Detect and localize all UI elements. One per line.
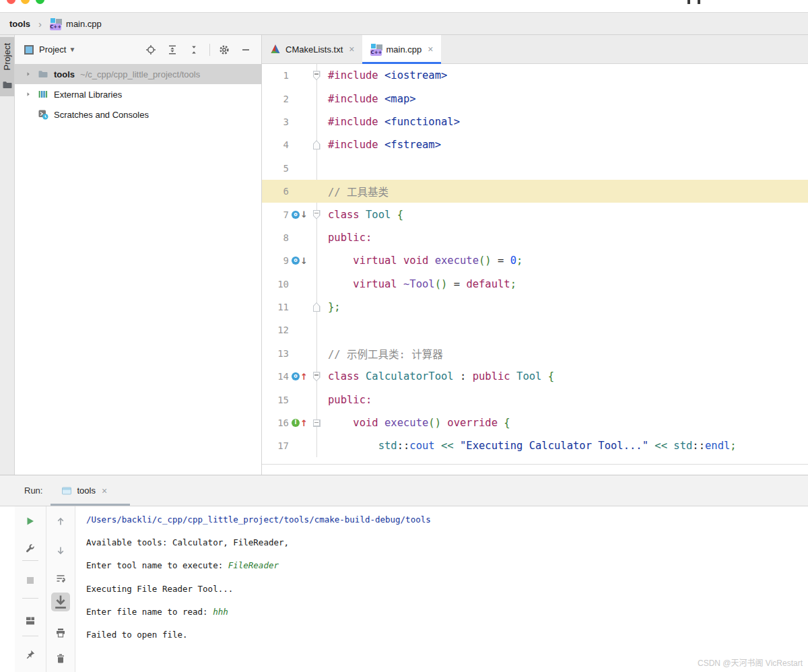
fold-end-icon[interactable] xyxy=(313,302,321,312)
console-line: Available tools: Calculator, FileReader, xyxy=(86,531,808,553)
code-line[interactable]: 7o↓class Tool { xyxy=(262,203,808,226)
overridden-marker-icon[interactable]: o xyxy=(292,257,300,265)
implements-marker-icon[interactable]: I xyxy=(292,419,300,427)
down-icon[interactable] xyxy=(55,545,66,556)
gutter-mark: o↓ xyxy=(289,210,310,219)
gutter-mark: I↑ xyxy=(289,419,310,428)
chevron-down-icon[interactable]: ▼ xyxy=(69,46,75,53)
zoom-window-icon[interactable] xyxy=(36,0,44,4)
fold-column xyxy=(310,210,323,220)
code-line[interactable]: 3#include <functional> xyxy=(262,110,808,133)
code-line[interactable]: 9o↓ virtual void execute() = 0; xyxy=(262,249,808,272)
code-line[interactable]: 15public: xyxy=(262,388,808,411)
breadcrumb-file[interactable]: main.cpp xyxy=(66,19,102,29)
project-panel-title[interactable]: Project xyxy=(39,44,66,55)
run-icon[interactable] xyxy=(25,516,36,527)
softwrap-icon[interactable] xyxy=(55,573,66,584)
locate-file-icon[interactable] xyxy=(143,42,158,57)
line-number: 1 xyxy=(262,70,289,81)
fold-start-icon[interactable] xyxy=(313,71,321,80)
gutter-arrow-icon: ↑ xyxy=(300,419,308,428)
fold-end-icon[interactable] xyxy=(313,140,321,149)
trash-icon[interactable] xyxy=(55,653,66,664)
scrollend-icon[interactable] xyxy=(51,593,70,611)
code-line[interactable]: 13// 示例工具类: 计算器 xyxy=(262,342,808,365)
tree-item-tools[interactable]: tools~/c_cpp/cpp_little_project/tools xyxy=(15,64,261,84)
run-panel-header: Run: tools × xyxy=(0,475,808,506)
line-number: 6 xyxy=(262,186,289,197)
pin-icon[interactable] xyxy=(25,649,36,660)
settings-gear-icon[interactable] xyxy=(217,42,232,57)
wrench-icon[interactable] xyxy=(25,543,36,554)
code-text: // 示例工具类: 计算器 xyxy=(323,346,443,361)
line-number: 10 xyxy=(262,279,289,290)
code-text: virtual void execute() = 0; xyxy=(323,255,523,267)
code-line[interactable]: 11}; xyxy=(262,296,808,318)
folder-icon[interactable] xyxy=(2,79,13,90)
code-line[interactable]: 2#include <map> xyxy=(262,87,808,110)
line-number: 8 xyxy=(262,232,289,243)
close-icon[interactable]: × xyxy=(102,485,107,496)
line-number: 2 xyxy=(262,94,289,104)
fold-start-icon[interactable] xyxy=(313,210,321,220)
tree-item-external-libraries[interactable]: External Libraries xyxy=(15,84,261,104)
run-tab-tools[interactable]: tools × xyxy=(61,485,107,496)
overrides-marker-icon[interactable]: o xyxy=(292,372,300,380)
gutter-mark: o↑ xyxy=(289,372,310,381)
code-text: #include <fstream> xyxy=(323,139,441,151)
code-line[interactable]: 17 std::cout << "Executing Calculator To… xyxy=(262,434,808,457)
code-line[interactable]: 12 xyxy=(262,318,808,341)
code-text: #include <map> xyxy=(323,93,416,105)
close-icon[interactable]: × xyxy=(349,44,354,55)
run-window-icon xyxy=(61,485,72,496)
code-text: }; xyxy=(323,301,341,313)
line-number: 9 xyxy=(262,255,289,266)
code-line[interactable]: 10 virtual ~Tool() = default; xyxy=(262,273,808,296)
toolbar-separator xyxy=(22,560,38,561)
fold-start-icon[interactable] xyxy=(313,372,321,381)
close-window-icon[interactable] xyxy=(7,0,15,4)
chevron-right-icon[interactable] xyxy=(24,70,32,78)
console-line: Executing File Reader Tool... xyxy=(86,577,808,600)
collapse-all-icon[interactable] xyxy=(187,42,201,57)
tab-main-cpp[interactable]: C++main.cpp× xyxy=(362,35,441,63)
run-toolbar-secondary xyxy=(46,506,75,672)
code-line[interactable]: 4#include <fstream> xyxy=(262,133,808,156)
tab-cmakelists-txt[interactable]: CMakeLists.txt× xyxy=(262,35,362,63)
project-view-icon xyxy=(24,45,34,55)
up-icon[interactable] xyxy=(55,516,66,527)
code-line[interactable]: 16I↑ void execute() override { xyxy=(262,411,808,434)
line-number: 13 xyxy=(262,348,289,359)
project-panel-header: Project ▼ xyxy=(15,35,261,64)
fold-column xyxy=(310,140,323,149)
chevron-right-icon[interactable] xyxy=(24,90,32,98)
project-tool-button[interactable]: Project xyxy=(2,43,12,70)
layout-icon[interactable] xyxy=(25,615,36,626)
run-tab-underline xyxy=(50,504,130,506)
expand-all-icon[interactable] xyxy=(165,42,180,57)
printer-icon[interactable] xyxy=(55,628,66,638)
breadcrumb-project[interactable]: tools xyxy=(9,19,30,29)
titlebar-artifact-dot xyxy=(687,0,690,4)
tree-item-label: Scratches and Consoles xyxy=(54,110,149,120)
code-line[interactable]: 6// 工具基类 xyxy=(262,180,808,203)
tree-item-scratches-and-consoles[interactable]: Scratches and Consoles xyxy=(15,104,261,125)
minimize-window-icon[interactable] xyxy=(21,0,30,4)
fold-minus-icon[interactable] xyxy=(313,419,321,427)
console-output[interactable]: /Users/backli/c_cpp/cpp_little_project/t… xyxy=(75,506,808,672)
tab-label: CMakeLists.txt xyxy=(285,44,343,55)
gutter-mark: o↓ xyxy=(289,257,310,265)
stop-icon[interactable] xyxy=(25,575,36,586)
close-icon[interactable]: × xyxy=(428,44,433,55)
code-area[interactable]: 1#include <iostream>2#include <map>3#inc… xyxy=(262,64,808,465)
code-line[interactable]: 8public: xyxy=(262,226,808,249)
code-line[interactable]: 14o↑class CalculatorTool : public Tool { xyxy=(262,365,808,388)
code-line[interactable]: 5 xyxy=(262,157,808,180)
fold-column xyxy=(310,372,323,381)
toolbar-separator xyxy=(209,44,210,56)
console-line: Failed to open file. xyxy=(86,623,808,646)
hide-panel-icon[interactable] xyxy=(238,42,253,57)
line-number: 17 xyxy=(262,440,289,451)
code-line[interactable]: 1#include <iostream> xyxy=(262,64,808,87)
overridden-marker-icon[interactable]: o xyxy=(292,211,300,219)
